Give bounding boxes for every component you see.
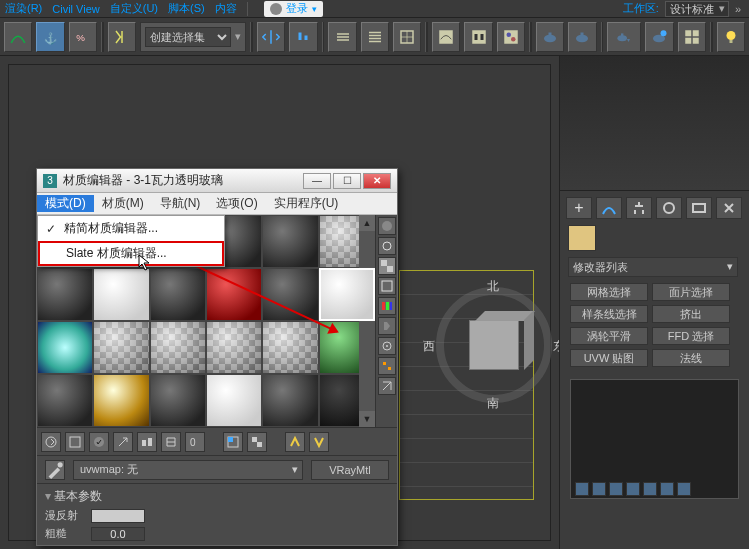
- show-map-icon[interactable]: [223, 432, 243, 452]
- put-to-scene-icon[interactable]: [65, 432, 85, 452]
- align-tool-icon[interactable]: [289, 22, 317, 52]
- material-slot[interactable]: [206, 374, 262, 427]
- modifier-stack-preview[interactable]: [570, 379, 739, 499]
- material-slot[interactable]: [262, 321, 318, 374]
- material-slot[interactable]: [150, 268, 206, 321]
- view-cube[interactable]: 北 南 东 西: [429, 280, 559, 410]
- teapot-tool-icon[interactable]: ▾: [607, 22, 641, 52]
- mirror-tool-icon[interactable]: [257, 22, 285, 52]
- mod-normal[interactable]: 法线: [652, 349, 730, 367]
- snap-toggle-icon[interactable]: ⚓: [36, 22, 64, 52]
- window-titlebar[interactable]: 3 材质编辑器 - 3-1瓦力透明玻璃 — ☐ ✕: [37, 169, 397, 193]
- material-slot[interactable]: [93, 374, 149, 427]
- show-end-result-icon[interactable]: [247, 432, 267, 452]
- make-unique-icon[interactable]: [137, 432, 157, 452]
- material-editor-window[interactable]: 3 材质编辑器 - 3-1瓦力透明玻璃 — ☐ ✕ 模式(D) 材质(M) 导航…: [36, 168, 398, 546]
- selection-set-select[interactable]: 创建选择集: [145, 27, 231, 47]
- material-slot[interactable]: [262, 268, 318, 321]
- motion-tab-icon[interactable]: [656, 197, 682, 219]
- material-slot[interactable]: [37, 321, 93, 374]
- sample-type-icon[interactable]: [378, 217, 396, 235]
- render-panel-icon[interactable]: [678, 22, 706, 52]
- reset-map-icon[interactable]: [113, 432, 133, 452]
- light-bulb-icon[interactable]: [717, 22, 745, 52]
- scroll-up-icon[interactable]: ▲: [359, 215, 375, 231]
- teapot-online-icon[interactable]: [645, 22, 673, 52]
- material-slot[interactable]: [93, 321, 149, 374]
- material-type-button[interactable]: VRayMtl: [311, 460, 389, 480]
- material-slot[interactable]: [262, 215, 318, 268]
- menu-content[interactable]: 内容: [215, 1, 237, 16]
- material-name-dropdown[interactable]: uvwmap: 无: [73, 460, 303, 480]
- mod-mesh-select[interactable]: 网格选择: [570, 283, 648, 301]
- material-map-nav-icon[interactable]: [378, 377, 396, 395]
- minimize-button[interactable]: —: [303, 173, 331, 189]
- material-slot[interactable]: [262, 374, 318, 427]
- diffuse-color-swatch[interactable]: [91, 509, 145, 523]
- select-by-material-icon[interactable]: [378, 357, 396, 375]
- background-icon[interactable]: [378, 257, 396, 275]
- scene-explorer-icon[interactable]: [361, 22, 389, 52]
- material-id-icon[interactable]: 0: [185, 432, 205, 452]
- curve-tool-icon[interactable]: [4, 22, 32, 52]
- menu-navigate[interactable]: 导航(N): [152, 195, 209, 212]
- put-to-library-icon[interactable]: [161, 432, 181, 452]
- menu-script[interactable]: 脚本(S): [168, 1, 205, 16]
- material-slot[interactable]: [37, 268, 93, 321]
- stack-icon-7[interactable]: [677, 482, 691, 496]
- mod-extrude[interactable]: 挤出: [652, 305, 730, 323]
- render-frame-icon[interactable]: [568, 22, 596, 52]
- hierarchy-tab-icon[interactable]: [626, 197, 652, 219]
- get-material-icon[interactable]: [41, 432, 61, 452]
- video-color-icon[interactable]: [378, 297, 396, 315]
- rough-value-input[interactable]: 0.0: [91, 527, 145, 541]
- menu-custom[interactable]: 自定义(U): [110, 1, 158, 16]
- material-slot[interactable]: [150, 321, 206, 374]
- material-slot[interactable]: [93, 268, 149, 321]
- mod-spline-select[interactable]: 样条线选择: [570, 305, 648, 323]
- percent-snap-icon[interactable]: %: [69, 22, 97, 52]
- stack-icon-1[interactable]: [575, 482, 589, 496]
- stack-icon-6[interactable]: [660, 482, 674, 496]
- login-button[interactable]: 登录 ▾: [264, 1, 323, 17]
- utilities-tab-icon[interactable]: [716, 197, 742, 219]
- material-editor-icon[interactable]: [497, 22, 525, 52]
- mod-turbosmooth[interactable]: 涡轮平滑: [570, 327, 648, 345]
- workspace-dropdown[interactable]: 设计标准: [665, 1, 729, 17]
- menu-utilities[interactable]: 实用程序(U): [266, 195, 347, 212]
- sample-uv-icon[interactable]: [378, 277, 396, 295]
- maximize-button[interactable]: ☐: [333, 173, 361, 189]
- scroll-thumb[interactable]: [359, 231, 375, 411]
- mode-slate-item[interactable]: Slate 材质编辑器...: [38, 241, 224, 266]
- assign-to-selection-icon[interactable]: [89, 432, 109, 452]
- render-setup-icon[interactable]: [536, 22, 564, 52]
- material-slot[interactable]: [150, 374, 206, 427]
- go-to-parent-icon[interactable]: [285, 432, 305, 452]
- modifier-list-dropdown[interactable]: 修改器列表: [568, 257, 738, 277]
- params-header[interactable]: 基本参数: [45, 488, 389, 505]
- menu-options[interactable]: 选项(O): [208, 195, 265, 212]
- keyframe-tool-icon[interactable]: [108, 22, 136, 52]
- stack-icon-4[interactable]: [626, 482, 640, 496]
- display-tab-icon[interactable]: [686, 197, 712, 219]
- mod-uvw-map[interactable]: UVW 贴图: [570, 349, 648, 367]
- menu-render[interactable]: 渲染(R): [5, 1, 42, 16]
- menu-material[interactable]: 材质(M): [94, 195, 152, 212]
- scrollbar-vertical[interactable]: ▲ ▼: [359, 215, 375, 427]
- selection-set-dropdown[interactable]: 创建选择集 ▾: [140, 22, 246, 52]
- curve-editor-icon[interactable]: [432, 22, 460, 52]
- stack-icon-5[interactable]: [643, 482, 657, 496]
- menu-mode[interactable]: 模式(D): [37, 195, 94, 212]
- schematic-view-icon[interactable]: [393, 22, 421, 52]
- backlight-icon[interactable]: [378, 237, 396, 255]
- pick-material-icon[interactable]: [45, 460, 65, 480]
- workspace-more-icon[interactable]: »: [735, 3, 741, 15]
- stack-icon-3[interactable]: [609, 482, 623, 496]
- material-slot-selected[interactable]: [319, 268, 375, 321]
- go-forward-icon[interactable]: [309, 432, 329, 452]
- material-slot[interactable]: [206, 321, 262, 374]
- create-tab-icon[interactable]: +: [566, 197, 592, 219]
- make-preview-icon[interactable]: [378, 317, 396, 335]
- scroll-down-icon[interactable]: ▼: [359, 411, 375, 427]
- menu-civil-view[interactable]: Civil View: [52, 3, 99, 15]
